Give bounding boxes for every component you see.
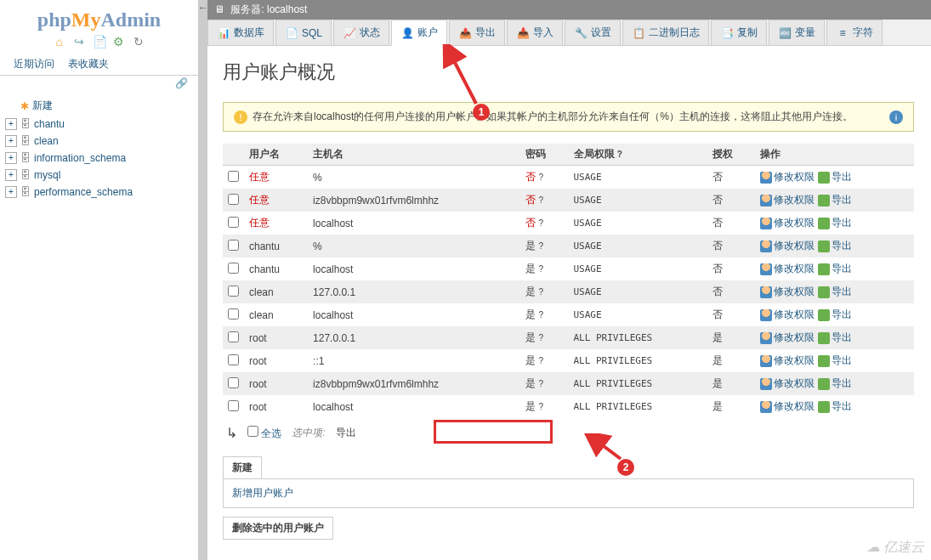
expand-icon[interactable]: + [5, 169, 17, 181]
tab-SQL[interactable]: 📄SQL [275, 20, 332, 45]
export-link[interactable]: 导出 [818, 400, 852, 412]
tree-db-item[interactable]: +🗄information_schema [3, 150, 195, 167]
tab-label: 设置 [591, 25, 611, 40]
row-checkbox[interactable] [228, 400, 239, 411]
expand-icon[interactable]: + [5, 152, 17, 164]
row-checkbox[interactable] [228, 263, 239, 274]
export-link[interactable]: 导出 [818, 194, 852, 206]
db-name: performance_schema [34, 186, 133, 198]
tab-状态[interactable]: 📈状态 [333, 20, 389, 45]
select-all-checkbox[interactable] [247, 426, 258, 437]
cell-hostname: 127.0.0.1 [308, 326, 520, 349]
cell-global-priv: ALL PRIVILEGES [569, 395, 708, 418]
row-checkbox[interactable] [228, 286, 239, 297]
edit-privileges-link[interactable]: 修改权限 [760, 400, 815, 412]
info-icon[interactable]: i [889, 110, 903, 124]
export-link[interactable]: 导出 [818, 240, 852, 252]
expand-icon[interactable]: + [5, 135, 17, 147]
cell-grant: 否 [707, 235, 755, 257]
row-checkbox[interactable] [228, 331, 239, 342]
row-checkbox[interactable] [228, 308, 239, 320]
row-checkbox[interactable] [228, 194, 239, 205]
tab-复制[interactable]: 📑复制 [711, 20, 767, 45]
cell-hostname: localhost [308, 395, 520, 418]
tab-字符[interactable]: ≡字符 [826, 20, 883, 45]
tree-new[interactable]: ✱ 新建 [3, 96, 195, 116]
row-checkbox[interactable] [228, 240, 239, 251]
export-icon [818, 309, 830, 321]
edit-privileges-link[interactable]: 修改权限 [760, 354, 815, 366]
db-icon: 🗄 [20, 169, 31, 181]
edit-privileges-link[interactable]: 修改权限 [760, 263, 815, 274]
db-icon: 🗄 [20, 135, 31, 147]
reload-icon[interactable]: ↻ [132, 35, 145, 48]
help-icon[interactable]: ? [539, 173, 544, 182]
expand-icon[interactable]: + [5, 186, 17, 198]
home-icon[interactable]: ⌂ [53, 35, 66, 48]
tab-数据库[interactable]: 📊数据库 [207, 20, 274, 45]
logout-icon[interactable]: ↪ [72, 35, 86, 48]
help-icon[interactable]: ? [539, 333, 544, 342]
edit-privileges-link[interactable]: 修改权限 [760, 171, 815, 183]
cell-operations: 修改权限 导出 [755, 303, 914, 326]
row-checkbox[interactable] [228, 377, 239, 388]
row-checkbox[interactable] [228, 354, 239, 365]
help-icon[interactable]: ? [539, 287, 544, 297]
tab-导出[interactable]: 📤导出 [449, 20, 505, 45]
tab-recent[interactable]: 近期访问 [7, 54, 61, 75]
help-icon[interactable]: ? [617, 150, 622, 159]
edit-privileges-link[interactable]: 修改权限 [760, 377, 815, 389]
edit-privileges-link[interactable]: 修改权限 [760, 194, 815, 206]
tree-db-item[interactable]: +🗄performance_schema [3, 184, 195, 201]
tab-二进制日志[interactable]: 📋二进制日志 [622, 20, 709, 45]
db-name: mysql [34, 169, 60, 181]
edit-privileges-link[interactable]: 修改权限 [760, 286, 815, 297]
export-link[interactable]: 导出 [818, 171, 852, 183]
export-link[interactable]: 导出 [818, 217, 852, 229]
expand-icon[interactable]: + [5, 118, 17, 130]
footer-export-link[interactable]: 导出 [336, 426, 356, 440]
cell-global-priv: USAGE [569, 303, 708, 326]
help-icon[interactable]: ? [539, 241, 544, 251]
edit-privileges-link[interactable]: 修改权限 [760, 308, 815, 320]
help-icon[interactable]: ? [539, 402, 544, 411]
edit-privileges-link[interactable]: 修改权限 [760, 331, 815, 343]
tab-设置[interactable]: 🔧设置 [565, 20, 621, 45]
help-icon[interactable]: ? [539, 195, 544, 205]
help-icon[interactable]: ? [539, 379, 544, 388]
tab-账户[interactable]: 👤账户 [391, 20, 447, 46]
export-icon [818, 332, 830, 344]
export-link[interactable]: 导出 [818, 331, 852, 343]
cell-password: 否 ? [520, 212, 568, 235]
tree-db-item[interactable]: +🗄chantu [3, 116, 195, 133]
edit-privileges-link[interactable]: 修改权限 [760, 217, 815, 229]
help-icon[interactable]: ? [539, 356, 544, 365]
cell-password: 是 ? [520, 280, 568, 303]
export-link[interactable]: 导出 [818, 354, 852, 366]
tab-favorites[interactable]: 表收藏夹 [61, 54, 116, 75]
link-icon[interactable]: 🔗 [0, 76, 198, 91]
tree-db-item[interactable]: +🗄clean [3, 133, 195, 150]
select-all[interactable]: 全选 [247, 426, 281, 441]
export-link[interactable]: 导出 [818, 377, 852, 389]
help-icon[interactable]: ? [539, 264, 544, 274]
tree-db-item[interactable]: +🗄mysql [3, 167, 195, 184]
settings-icon[interactable]: ⚙ [112, 35, 126, 48]
export-link[interactable]: 导出 [818, 286, 852, 297]
edit-privileges-link[interactable]: 修改权限 [760, 240, 815, 252]
export-link[interactable]: 导出 [818, 308, 852, 320]
cell-hostname: iz8vbbpm9wx01rfvm6lmhhz [308, 189, 520, 212]
sidebar-collapse-button[interactable]: ← [199, 0, 207, 560]
cell-username: chantu [244, 235, 308, 257]
docs-icon[interactable]: 📄 [93, 35, 106, 48]
tab-导入[interactable]: 📥导入 [507, 20, 563, 45]
row-checkbox[interactable] [228, 217, 239, 228]
row-checkbox[interactable] [228, 171, 239, 182]
help-icon[interactable]: ? [539, 310, 544, 320]
export-link[interactable]: 导出 [818, 263, 852, 274]
col-operations: 操作 [755, 144, 914, 166]
tab-变量[interactable]: 🔤变量 [769, 20, 825, 45]
add-user-link[interactable]: 新增用户账户 [232, 487, 293, 499]
cell-password: 是 ? [520, 257, 568, 280]
help-icon[interactable]: ? [539, 218, 544, 228]
